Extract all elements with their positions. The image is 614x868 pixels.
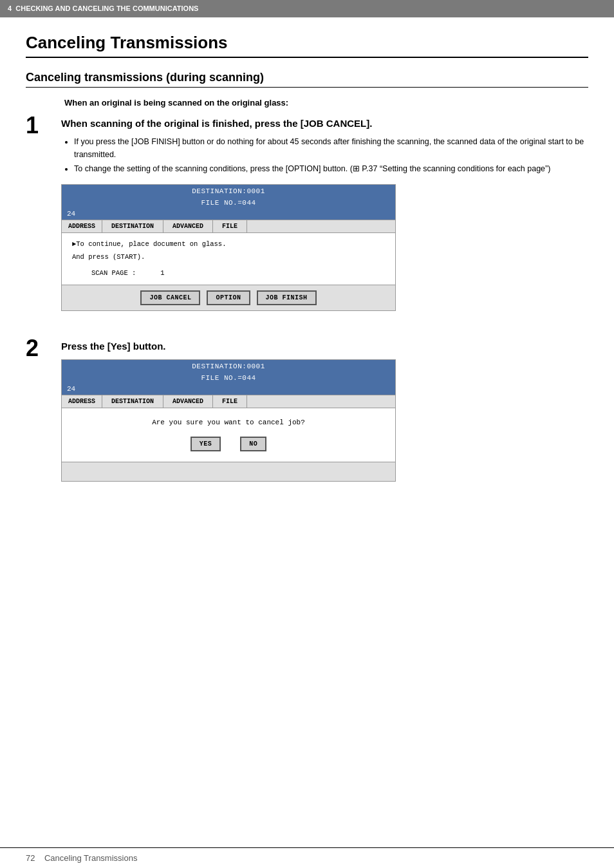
screen-tab-file-1[interactable]: FILE [213,220,247,232]
step-1-bullets: If you press the [JOB FINISH] button or … [74,135,588,175]
breadcrumb-text: CHECKING AND CANCELING THE COMMUNICATION… [15,5,198,12]
screen-tab-destination-2[interactable]: DESTINATION [102,395,163,408]
step-1-bullet-2: To change the setting of the scanning co… [74,162,588,175]
screen-num-bar-2: 24 [62,384,395,395]
page-title: Canceling Transmissions [26,33,588,58]
scan-page-label: SCAN PAGE : [91,269,136,277]
screen-tab-address-2[interactable]: ADDRESS [62,395,102,408]
screen-header-2: DESTINATION:0001 [62,360,395,373]
screen-header-1: DESTINATION:0001 [62,185,395,198]
scan-page-value: 1 [160,269,164,277]
step-2: 2 Press the [Yes] button. DESTINATION:00… [26,339,588,495]
breadcrumb-number: 4 [8,5,12,12]
footer-page-number: 72 [26,853,35,863]
job-finish-button[interactable]: JOB FINISH [257,290,317,305]
step-1-number: 1 [26,114,61,137]
screen-body-line-1: ►To continue, place document on glass. [72,240,385,250]
no-button[interactable]: NO [240,437,266,451]
confirm-footer [62,462,395,481]
screen-tabs-bar-2: ADDRESS DESTINATION ADVANCED FILE [62,395,395,408]
main-content: Canceling Transmissions Canceling transm… [0,17,614,536]
screen-footer-1: JOB CANCEL OPTION JOB FINISH [62,285,395,310]
screen-tabs-bar-1: ADDRESS DESTINATION ADVANCED FILE [62,220,395,233]
screen-mockup-2: DESTINATION:0001 FILE NO.=044 24 ADDRESS… [61,359,396,482]
confirm-buttons: YES NO [72,437,385,451]
step-2-heading: Press the [Yes] button. [61,339,588,353]
screen-tab-advanced-2[interactable]: ADVANCED [163,395,213,408]
screen-tab-file-2[interactable]: FILE [213,395,247,408]
screen-tab-advanced-1[interactable]: ADVANCED [163,220,213,232]
instruction-line: When an original is being scanned on the… [64,98,588,108]
screen-tab-address-1[interactable]: ADDRESS [62,220,102,232]
screen-num-bar-1: 24 [62,209,395,220]
step-2-number: 2 [26,337,61,360]
step-1-bullet-1: If you press the [JOB FINISH] button or … [74,135,588,161]
step-1-heading: When scanning of the original is finishe… [61,117,588,130]
step-2-content: Press the [Yes] button. DESTINATION:0001… [61,339,588,495]
scan-page-line: SCAN PAGE : 1 [72,269,385,277]
screen-body-1: ►To continue, place document on glass. A… [62,233,395,285]
screen-mockup-1: DESTINATION:0001 FILE NO.=044 24 ADDRESS… [61,184,396,311]
breadcrumb-bar: 4 CHECKING AND CANCELING THE COMMUNICATI… [0,0,614,17]
confirm-body: Are you sure you want to cancel job? YES… [62,408,395,462]
page-footer: 72 Canceling Transmissions [0,847,614,868]
screen-subheader-1: FILE NO.=044 [62,198,395,209]
footer-label: Canceling Transmissions [44,853,138,863]
step-1-content: When scanning of the original is finishe… [61,117,588,324]
confirm-text: Are you sure you want to cancel job? [72,419,385,426]
screen-subheader-2: FILE NO.=044 [62,373,395,384]
yes-button[interactable]: YES [191,437,221,451]
option-button[interactable]: OPTION [207,290,250,305]
screen-tab-destination-1[interactable]: DESTINATION [102,220,163,232]
job-cancel-button[interactable]: JOB CANCEL [140,290,200,305]
section-title: Canceling transmissions (during scanning… [26,71,588,88]
step-1: 1 When scanning of the original is finis… [26,117,588,324]
screen-body-line-2: And press (START). [72,252,385,263]
